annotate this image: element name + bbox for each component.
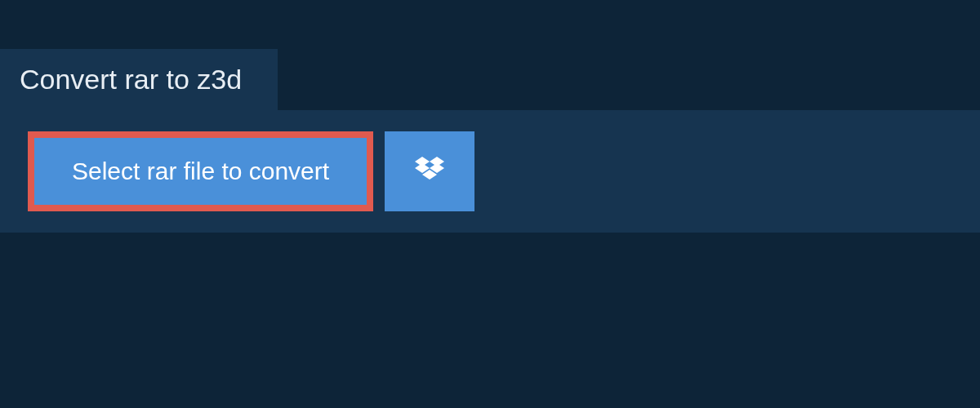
header-tab: Convert rar to z3d (0, 49, 278, 110)
select-file-button[interactable]: Select rar file to convert (28, 131, 373, 211)
dropbox-button[interactable] (385, 131, 474, 211)
page-title: Convert rar to z3d (20, 64, 242, 95)
select-file-label: Select rar file to convert (72, 157, 329, 185)
upload-panel: Select rar file to convert (0, 110, 980, 233)
dropbox-icon (415, 157, 444, 186)
button-row: Select rar file to convert (28, 131, 952, 211)
